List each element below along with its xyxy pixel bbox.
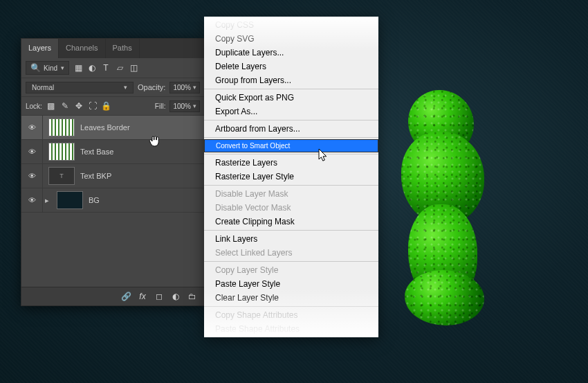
layer-thumb[interactable]: [48, 118, 75, 136]
visibility-toggle[interactable]: 👁: [21, 188, 43, 212]
eye-icon: 👁: [28, 148, 36, 156]
lock-pixels-icon[interactable]: ✎: [60, 101, 70, 111]
fill-value: 100%: [173, 103, 191, 110]
menu-copy-shape-attr: Copy Shape Attributes: [204, 308, 378, 322]
layer-name: Leaves Border: [80, 123, 130, 132]
fill-field[interactable]: 100% ▾: [169, 100, 200, 112]
layers-list: 👁 Leaves Border 👁 Text Base 👁 T Text BKP…: [21, 116, 204, 213]
chevron-down-icon: ▾: [124, 84, 127, 91]
menu-rasterize-style[interactable]: Rasterize Layer Style: [204, 170, 378, 184]
filter-kind-dropdown[interactable]: 🔍 Kind ▾: [26, 61, 69, 75]
menu-disable-vector-mask: Disable Vector Mask: [204, 201, 378, 215]
layer-row-text-bkp[interactable]: 👁 T Text BKP: [21, 164, 204, 188]
link-layers-icon[interactable]: 🔗: [121, 292, 131, 301]
search-icon: 🔍: [30, 63, 40, 73]
tab-channels[interactable]: Channels: [59, 39, 105, 58]
menu-clear-layer-style[interactable]: Clear Layer Style: [204, 291, 378, 305]
layer-filter-row: 🔍 Kind ▾ ▦ ◐ T ▱ ◫: [21, 58, 204, 78]
opacity-field[interactable]: 100% ▾: [169, 82, 200, 93]
mask-icon[interactable]: ◻: [154, 292, 164, 301]
menu-paste-shape-attr: Paste Shape Attributes: [204, 322, 378, 336]
panel-tabs: Layers Channels Paths: [21, 39, 204, 58]
filter-type-icon[interactable]: T: [101, 63, 111, 73]
lock-position-icon[interactable]: ✥: [74, 101, 84, 111]
layer-name: Text Base: [80, 148, 113, 156]
opacity-label: Opacity:: [138, 83, 165, 91]
lock-all-icon[interactable]: 🔒: [102, 101, 111, 111]
filter-smart-icon[interactable]: ◫: [129, 63, 138, 73]
menu-copy-layer-style: Copy Layer Style: [204, 263, 378, 277]
menu-select-linked: Select Linked Layers: [204, 246, 378, 260]
eye-icon: 👁: [28, 196, 36, 204]
menu-disable-layer-mask: Disable Layer Mask: [204, 187, 378, 201]
filter-pixel-icon[interactable]: ▦: [73, 63, 83, 73]
lock-label: Lock:: [26, 103, 42, 110]
menu-group-from-layers[interactable]: Group from Layers...: [204, 73, 378, 87]
visibility-toggle[interactable]: 👁: [21, 164, 43, 188]
lock-transparency-icon[interactable]: ▩: [46, 101, 56, 111]
layer-thumb[interactable]: [57, 191, 83, 209]
layer-name: BG: [89, 196, 100, 204]
visibility-toggle[interactable]: 👁: [21, 116, 43, 139]
layer-name: Text BKP: [80, 172, 111, 180]
blend-mode-value: Normal: [32, 84, 54, 91]
expand-icon[interactable]: ▸: [43, 196, 51, 205]
blend-opacity-row: Normal ▾ Opacity: 100% ▾: [21, 78, 204, 97]
layer-thumb[interactable]: T: [48, 167, 75, 185]
menu-rasterize-layers[interactable]: Rasterize Layers: [204, 156, 378, 170]
canvas-background: Layers Channels Paths 🔍 Kind ▾ ▦ ◐ T ▱ ◫…: [0, 0, 588, 383]
menu-create-clipping-mask[interactable]: Create Clipping Mask: [204, 215, 378, 229]
lock-fill-row: Lock: ▩ ✎ ✥ ⛶ 🔒 Fill: 100% ▾: [21, 97, 204, 116]
layers-panel: Layers Channels Paths 🔍 Kind ▾ ▦ ◐ T ▱ ◫…: [21, 38, 205, 306]
eye-icon: 👁: [28, 123, 36, 132]
filter-shape-icon[interactable]: ▱: [115, 63, 125, 73]
layer-row-bg[interactable]: 👁 ▸ BG: [21, 188, 204, 213]
chevron-down-icon: ▾: [193, 84, 196, 91]
lock-artboard-icon[interactable]: ⛶: [88, 101, 98, 111]
opacity-value: 100%: [173, 84, 191, 91]
eye-icon: 👁: [28, 172, 36, 180]
menu-quick-export[interactable]: Quick Export as PNG: [204, 91, 378, 105]
blend-mode-dropdown[interactable]: Normal ▾: [26, 82, 134, 93]
menu-artboard-from-layers[interactable]: Artboard from Layers...: [204, 122, 378, 136]
fx-icon[interactable]: fx: [138, 292, 147, 301]
chevron-down-icon: ▾: [193, 103, 196, 109]
visibility-toggle[interactable]: 👁: [21, 140, 43, 163]
menu-export-as[interactable]: Export As...: [204, 105, 378, 118]
filter-adjust-icon[interactable]: ◐: [87, 63, 97, 73]
layer-thumb[interactable]: [48, 143, 75, 161]
layer-row-leaves-border[interactable]: 👁 Leaves Border: [21, 116, 204, 140]
menu-duplicate-layers[interactable]: Duplicate Layers...: [204, 46, 378, 60]
adjustment-icon[interactable]: ◐: [171, 292, 181, 301]
group-icon[interactable]: 🗀: [187, 292, 197, 301]
menu-copy-svg[interactable]: Copy SVG: [204, 32, 378, 46]
layer-row-text-base[interactable]: 👁 Text Base: [21, 140, 204, 164]
context-menu: Copy CSS Copy SVG Duplicate Layers... De…: [204, 17, 378, 337]
fill-label: Fill:: [155, 103, 166, 110]
menu-convert-smart-object[interactable]: Convert to Smart Object: [204, 139, 378, 152]
chevron-down-icon: ▾: [61, 64, 64, 71]
menu-link-layers[interactable]: Link Layers: [204, 232, 378, 246]
filter-kind-label: Kind: [44, 64, 57, 72]
tab-layers[interactable]: Layers: [21, 39, 59, 58]
menu-copy-css: Copy CSS: [204, 18, 378, 32]
tab-paths[interactable]: Paths: [106, 39, 140, 58]
panel-footer: 🔗 fx ◻ ◐ 🗀: [21, 287, 204, 305]
menu-delete-layers[interactable]: Delete Layers: [204, 60, 378, 73]
menu-paste-layer-style[interactable]: Paste Layer Style: [204, 277, 378, 291]
